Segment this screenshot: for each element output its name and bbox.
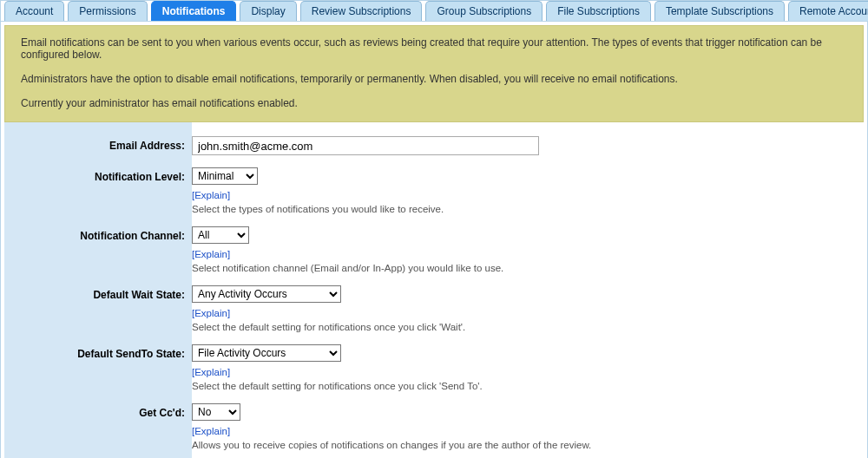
notice-line-3: Currently your administrator has email n… (21, 97, 847, 109)
hint-notification-level: Select the types of notifications you wo… (192, 204, 864, 214)
default-wait-state-select[interactable]: Any Activity Occurs (192, 285, 341, 303)
tab-permissions[interactable]: Permissions (68, 1, 147, 21)
notice-line-2: Administrators have the option to disabl… (21, 73, 847, 85)
label-get-ccd: Get Cc'd: (4, 403, 192, 458)
explain-link-notification-channel[interactable]: [Explain] (192, 249, 230, 259)
tab-bar: Account Permissions Notifications Displa… (1, 1, 867, 21)
tab-content: Email notifications can be sent to you w… (1, 21, 867, 458)
settings-form: Email Address: Notification Level: Minim… (4, 122, 864, 458)
notification-level-select[interactable]: Minimal (192, 167, 258, 185)
tab-remote-accounts[interactable]: Remote Accounts (788, 1, 868, 21)
label-default-sendto-state: Default SendTo State: (4, 344, 192, 403)
explain-link-default-wait-state[interactable]: [Explain] (192, 308, 230, 318)
notice-line-1: Email notifications can be sent to you w… (21, 36, 847, 61)
label-notification-channel: Notification Channel: (4, 226, 192, 285)
explain-link-notification-level[interactable]: [Explain] (192, 190, 230, 200)
hint-default-sendto-state: Select the default setting for notificat… (192, 381, 864, 391)
notification-channel-select[interactable]: All (192, 226, 249, 244)
hint-get-ccd: Allows you to receive copies of notifica… (192, 440, 864, 450)
default-sendto-state-select[interactable]: File Activity Occurs (192, 344, 341, 362)
hint-notification-channel: Select notification channel (Email and/o… (192, 263, 864, 273)
tab-display[interactable]: Display (240, 1, 296, 21)
settings-page: Account Permissions Notifications Displa… (0, 0, 868, 458)
label-notification-level: Notification Level: (4, 167, 192, 226)
tab-file-subscriptions[interactable]: File Subscriptions (546, 1, 651, 21)
email-field[interactable] (192, 136, 539, 155)
tab-review-subscriptions[interactable]: Review Subscriptions (300, 1, 423, 21)
label-default-wait-state: Default Wait State: (4, 285, 192, 344)
info-notice: Email notifications can be sent to you w… (4, 25, 864, 122)
explain-link-default-sendto-state[interactable]: [Explain] (192, 367, 230, 377)
explain-link-get-ccd[interactable]: [Explain] (192, 426, 230, 436)
get-ccd-select[interactable]: No (192, 403, 240, 421)
tab-notifications[interactable]: Notifications (151, 1, 237, 21)
tab-template-subscriptions[interactable]: Template Subscriptions (654, 1, 785, 21)
hint-default-wait-state: Select the default setting for notificat… (192, 322, 864, 332)
tab-group-subscriptions[interactable]: Group Subscriptions (425, 1, 542, 21)
tab-account[interactable]: Account (4, 1, 64, 21)
label-email-address: Email Address: (4, 122, 192, 167)
